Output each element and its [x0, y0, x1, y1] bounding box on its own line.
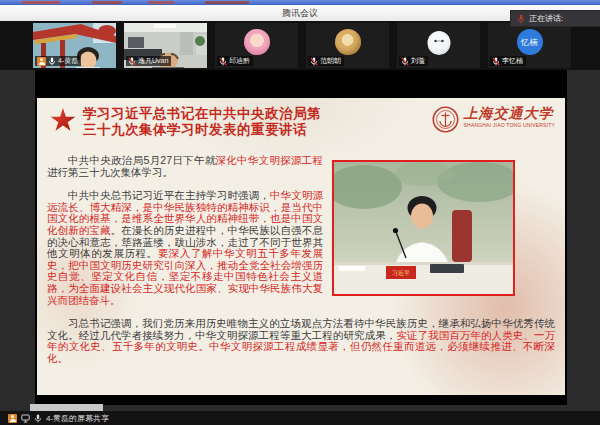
participant-name: 李忆楠 — [502, 56, 523, 66]
participant-tile-huanglei[interactable]: 4-黄磊 — [33, 23, 116, 68]
speaking-label: 正在讲话: — [529, 13, 563, 24]
mic-icon — [34, 414, 42, 423]
avatar: 忆楠 — [517, 29, 543, 55]
participant-tile-uvan[interactable]: 逸凡Uvan — [124, 23, 207, 68]
text-segment: 深化中华文明探源工程 — [215, 154, 323, 166]
avatar-initials: 忆楠 — [517, 29, 543, 55]
sjtu-logo-text: 上海交通大学 SHANGHAI JIAO TONG UNIVERSITY — [464, 106, 555, 128]
text-segment: 中共中央政治局5月27日下午就 — [68, 154, 215, 166]
paragraph-3: 习总书记强调，我们党历来用历史唯物主义的立场观点方法看待中华民族历史，继承和弘扬… — [47, 318, 555, 364]
background-window-fragment — [148, 1, 174, 4]
slide-body: 习近平 中共中央政治局5月27日下午就深化中华文明探源工程进行第三十九次集体学习… — [47, 155, 555, 377]
placard-name: 习近平 — [392, 269, 410, 276]
participant-name-chip: 4-黄磊 — [35, 56, 81, 66]
slide-title: 学习习近平总书记在中共中央政治局第 三十九次集体学习时发表的重要讲话 — [83, 106, 321, 138]
star-icon — [50, 108, 76, 133]
participant-tile-qiu[interactable]: 邱迪黔 — [215, 23, 298, 68]
participant-name: 刘璇 — [411, 56, 425, 66]
xi-jinping-photo: 习近平 — [332, 160, 515, 296]
participant-name: 范朝朝 — [320, 56, 341, 66]
tooltip-fragment — [30, 404, 103, 411]
participant-name-chip: 邱迪黔 — [217, 56, 253, 66]
text-segment: 中共中央总书记习近平在主持学习时强调， — [68, 189, 270, 201]
mic-muted-icon — [310, 57, 318, 66]
speaking-indicator: 正在讲话: — [510, 10, 600, 27]
sjtu-seal-icon — [432, 106, 459, 133]
participant-tile-fan[interactable]: 范朝朝 — [306, 23, 389, 68]
mic-muted-icon — [492, 57, 500, 66]
sjtu-name-en: SHANGHAI JIAO TONG UNIVERSITY — [464, 122, 555, 128]
avatar — [426, 29, 452, 55]
mic-on-icon — [48, 57, 56, 66]
bottom-share-bar: 4-黄磊的屏幕共享 — [0, 411, 600, 425]
slide-title-line1: 学习习近平总书记在中共中央政治局第 — [83, 106, 321, 122]
participant-name: 4-黄磊 — [58, 56, 78, 66]
participant-name-chip: 刘璇 — [399, 56, 428, 66]
speaking-mic-icon — [517, 14, 525, 24]
participant-tile-liu[interactable]: 刘璇 — [397, 23, 480, 68]
mic-muted-icon — [128, 57, 136, 66]
screen-share-canvas: 学习习近平总书记在中共中央政治局第 三十九次集体学习时发表的重要讲话 上海交通大… — [35, 70, 567, 405]
participant-name: 邱迪黔 — [229, 56, 250, 66]
background-window-fragment — [92, 1, 122, 4]
mic-muted-icon — [219, 57, 227, 66]
text-segment: 进行第三十九次集体学习。 — [47, 166, 173, 178]
shared-screen-area: 学习习近平总书记在中共中央政治局第 三十九次集体学习时发表的重要讲话 上海交通大… — [0, 70, 600, 411]
background-window-fragment — [22, 1, 60, 4]
sjtu-name-cn: 上海交通大学 — [464, 106, 555, 121]
mic-muted-icon — [401, 57, 409, 66]
video-strip: 4-黄磊 逸凡Uvan — [0, 21, 600, 70]
screen-share-icon — [21, 414, 30, 423]
participant-name-chip: 范朝朝 — [308, 56, 344, 66]
share-bar-label: 4-黄磊的屏幕共享 — [46, 413, 109, 424]
avatar — [244, 29, 270, 55]
presenter-icon — [8, 414, 17, 423]
participant-name-chip: 逸凡Uvan — [126, 56, 171, 66]
presenter-icon — [37, 57, 46, 66]
sjtu-logo: 上海交通大学 SHANGHAI JIAO TONG UNIVERSITY — [432, 106, 555, 133]
slide: 学习习近平总书记在中共中央政治局第 三十九次集体学习时发表的重要讲话 上海交通大… — [37, 98, 565, 395]
participant-tile-li[interactable]: 忆楠 李忆楠 — [488, 23, 571, 68]
slide-title-line2: 三十九次集体学习时发表的重要讲话 — [83, 122, 321, 138]
background-window-fragment — [205, 1, 249, 4]
participant-name-chip: 李忆楠 — [490, 56, 526, 66]
avatar — [335, 29, 361, 55]
participant-name: 逸凡Uvan — [138, 56, 168, 66]
